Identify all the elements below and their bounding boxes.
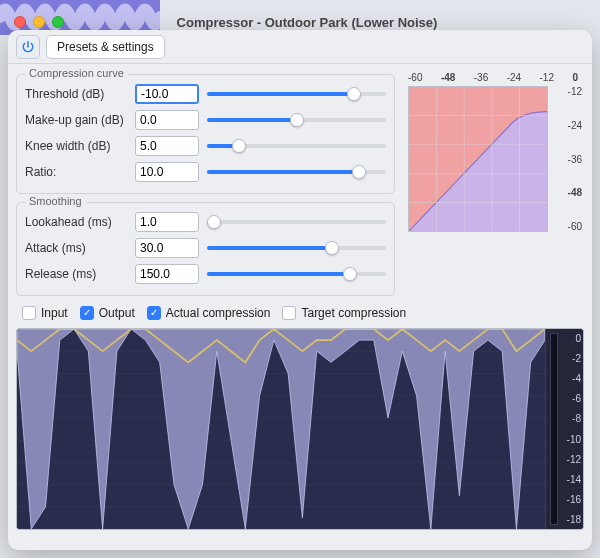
ratio-slider[interactable] (207, 162, 386, 182)
power-icon (21, 40, 35, 54)
tick: -36 (552, 154, 582, 165)
titlebar: Compressor - Outdoor Park (Lower Noise) (14, 8, 592, 36)
tick: -60 (552, 221, 582, 232)
group-title: Compression curve (25, 67, 128, 79)
tick: -12 (552, 86, 582, 97)
minimize-button[interactable] (33, 16, 45, 28)
attack-row: Attack (ms) (25, 235, 386, 261)
release-row: Release (ms) (25, 261, 386, 287)
gain-reduction-meter: 0 -2 -4 -6 -8 -10 -12 -14 -16 -18 (16, 328, 584, 530)
group-title: Smoothing (25, 195, 86, 207)
lookahead-slider[interactable] (207, 212, 386, 232)
label: Actual compression (166, 306, 271, 320)
meter-axis: 0 -2 -4 -6 -8 -10 -12 -14 -16 -18 (545, 329, 583, 529)
knee-width-slider[interactable] (207, 136, 386, 156)
curve-plot (408, 86, 548, 232)
compression-curve-chart: -60 -48 -36 -24 -12 0 -12 -24 (408, 72, 578, 232)
label: Output (99, 306, 135, 320)
target-compression-checkbox[interactable]: Target compression (282, 306, 406, 320)
window-controls (14, 16, 64, 28)
meter-plot (17, 329, 545, 529)
display-toggles: Input Output Actual compression Target c… (8, 300, 592, 326)
label: Target compression (301, 306, 406, 320)
power-toggle[interactable] (16, 35, 40, 59)
makeup-gain-label: Make-up gain (dB) (25, 113, 129, 127)
tick: -24 (552, 120, 582, 131)
ratio-label: Ratio: (25, 165, 129, 179)
compressor-window: Presets & settings Compression curve Thr… (8, 30, 592, 550)
tick: -60 (408, 72, 422, 86)
threshold-slider[interactable] (207, 84, 386, 104)
smoothing-group: Smoothing Lookahead (ms) Attack (ms) Rel… (16, 202, 395, 296)
attack-label: Attack (ms) (25, 241, 129, 255)
window-title: Compressor - Outdoor Park (Lower Noise) (72, 15, 592, 30)
tick: -36 (474, 72, 488, 86)
lookahead-input[interactable] (135, 212, 199, 232)
ratio-row: Ratio: (25, 159, 386, 185)
level-bar (550, 333, 558, 525)
makeup-gain-row: Make-up gain (dB) (25, 107, 386, 133)
input-checkbox[interactable]: Input (22, 306, 68, 320)
knee-width-input[interactable] (135, 136, 199, 156)
curve-axis-right: -12 -24 -36 -48 -60 (552, 86, 582, 232)
lookahead-row: Lookahead (ms) (25, 209, 386, 235)
compression-curve-group: Compression curve Threshold (dB) Make-up… (16, 74, 395, 194)
attack-input[interactable] (135, 238, 199, 258)
release-label: Release (ms) (25, 267, 129, 281)
tick: -12 (540, 72, 554, 86)
close-button[interactable] (14, 16, 26, 28)
makeup-gain-input[interactable] (135, 110, 199, 130)
tick: -48 (441, 72, 455, 86)
lookahead-label: Lookahead (ms) (25, 215, 129, 229)
tick: 0 (572, 72, 578, 86)
output-checkbox[interactable]: Output (80, 306, 135, 320)
actual-compression-checkbox[interactable]: Actual compression (147, 306, 271, 320)
attack-slider[interactable] (207, 238, 386, 258)
release-input[interactable] (135, 264, 199, 284)
presets-settings-label: Presets & settings (57, 40, 154, 54)
zoom-button[interactable] (52, 16, 64, 28)
threshold-input[interactable] (135, 84, 199, 104)
knee-width-label: Knee width (dB) (25, 139, 129, 153)
tick: -48 (552, 187, 582, 198)
makeup-gain-slider[interactable] (207, 110, 386, 130)
tick: -24 (507, 72, 521, 86)
threshold-label: Threshold (dB) (25, 87, 129, 101)
curve-axis-top: -60 -48 -36 -24 -12 0 (408, 72, 578, 86)
release-slider[interactable] (207, 264, 386, 284)
presets-settings-button[interactable]: Presets & settings (46, 35, 165, 59)
ratio-input[interactable] (135, 162, 199, 182)
label: Input (41, 306, 68, 320)
threshold-row: Threshold (dB) (25, 81, 386, 107)
knee-width-row: Knee width (dB) (25, 133, 386, 159)
